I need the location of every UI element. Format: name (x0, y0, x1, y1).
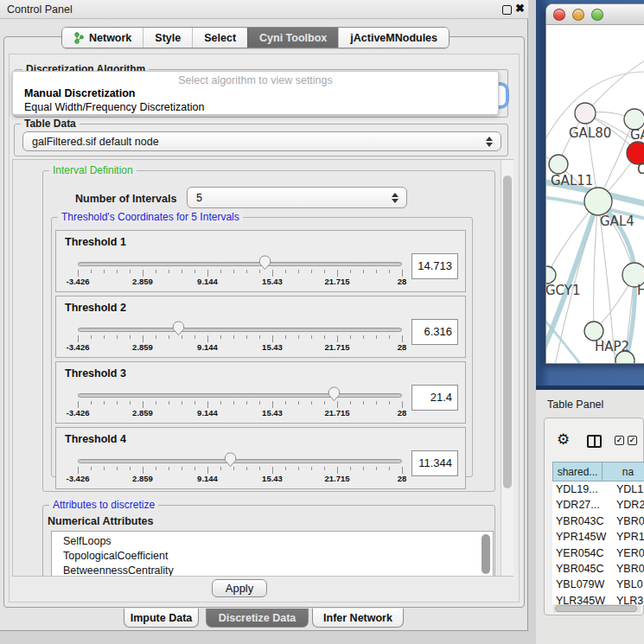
close-icon[interactable]: ✖ (515, 2, 525, 15)
column-header-shared-name[interactable]: shared... (552, 462, 603, 481)
threshold-label: Threshold 3 (65, 367, 126, 379)
table-row[interactable]: YDR27...YDR2 (552, 497, 644, 513)
attribute-item[interactable]: TopologicalCoefficient (52, 549, 493, 564)
cell-shared-name: YPR145W (556, 529, 606, 545)
threshold-label: Threshold 4 (65, 433, 126, 445)
combo-arrows-icon (392, 193, 399, 203)
slider-scale-label: 28 (398, 342, 407, 352)
slider-handle[interactable] (224, 452, 237, 468)
slider-track[interactable] (78, 262, 402, 266)
dropdown-option[interactable]: Manual Discretization (24, 87, 136, 99)
slider-track[interactable] (78, 459, 402, 463)
network-node[interactable] (546, 266, 556, 284)
slider-track[interactable] (78, 393, 402, 398)
network-node-label: C (637, 162, 644, 177)
bottom-tab-impute-data[interactable]: Impute Data (124, 609, 199, 628)
slider-scale: -3.4262.8599.14415.4321.71528 (78, 474, 402, 484)
network-node[interactable] (584, 322, 603, 341)
slider-scale-label: 9.144 (197, 342, 218, 352)
checkbox-checked-icon[interactable]: ✓ (615, 436, 624, 445)
settings-scroll-viewport: Interval Definition Number of Intervals … (12, 159, 513, 577)
column-header-name[interactable]: na (603, 462, 644, 481)
settings-scrollbar[interactable] (501, 160, 513, 576)
table-row[interactable]: YBL079WYBL0 (552, 577, 644, 592)
network-node[interactable] (575, 103, 596, 124)
dropdown-placeholder-option[interactable]: Select algorithm to view settings (13, 74, 498, 86)
split-view-icon[interactable] (587, 435, 602, 448)
slider-scale-label: 2.859 (132, 408, 153, 418)
tab-style[interactable]: Style (143, 28, 192, 48)
network-node[interactable] (549, 155, 568, 174)
slider-scale-label: 9.144 (197, 408, 218, 418)
minimize-button[interactable] (572, 9, 584, 21)
dropdown-option[interactable]: Equal Width/Frequency Discretization (24, 101, 204, 113)
threshold-value-field[interactable]: 6.316 (411, 319, 458, 345)
network-node-label: GAL4 (600, 214, 634, 229)
cell-shared-name: YDR27... (556, 497, 600, 513)
table-hscrollbar[interactable] (553, 604, 641, 613)
tab-label: jActiveMNodules (350, 32, 437, 44)
slider-scale-label: -3.426 (67, 474, 90, 483)
table-row[interactable]: YLR345WYLR3 (552, 593, 644, 605)
cell-shared-name: YBL079W (556, 577, 604, 592)
slider-handle[interactable] (172, 321, 185, 336)
tab-jactivemnodules[interactable]: jActiveMNodules (338, 28, 449, 48)
attribute-item[interactable]: BetweennessCentrality (52, 564, 493, 577)
network-node-label: H (637, 283, 644, 298)
table-row[interactable]: YBR045CYBR0 (552, 561, 644, 577)
network-node[interactable] (584, 188, 612, 215)
table-panel-title: Table Panel (547, 399, 603, 411)
zoom-button[interactable] (591, 9, 603, 21)
slider-scale-label: 21.715 (324, 342, 349, 352)
tab-network[interactable]: Network (62, 28, 143, 48)
threshold-value-field[interactable]: 11.344 (411, 450, 458, 476)
slider-scale-label: -3.426 (67, 342, 90, 352)
interval-definition-label: Interval Definition (49, 164, 137, 176)
checkbox-checked-icon[interactable]: ✓ (628, 436, 637, 445)
threshold-value-field[interactable]: 21.4 (411, 385, 458, 411)
attribute-item[interactable]: SelfLoops (52, 534, 493, 549)
table-hscrollbar-thumb[interactable] (555, 605, 637, 612)
network-node-label: GA (630, 127, 644, 143)
attributes-list-scrollbar[interactable] (481, 534, 490, 574)
gear-icon[interactable]: ⚙ (557, 432, 570, 447)
table-data-combobox-value: galFiltered.sif default node (32, 136, 159, 148)
slider-handle[interactable] (328, 386, 341, 402)
table-row[interactable]: YBR043CYBR0 (552, 513, 644, 529)
slider-scale-label: 9.144 (197, 474, 218, 483)
float-window-icon[interactable] (502, 5, 512, 15)
apply-button[interactable]: Apply (212, 579, 267, 597)
tab-label: Select (204, 32, 236, 44)
close-button[interactable] (553, 9, 565, 21)
cell-shared-name: YDL19... (556, 481, 598, 497)
algorithm-dropdown-popup: Select algorithm to view settings Manual… (12, 71, 499, 115)
table-row[interactable]: YDL19...YDL1 (552, 481, 644, 497)
tab-label: Style (155, 32, 181, 44)
threshold-value-field[interactable]: 14.713 (411, 253, 458, 279)
cell-name: YBL0 (616, 577, 643, 592)
cell-name: YBR0 (616, 561, 644, 577)
cell-shared-name: YBR043C (556, 513, 604, 529)
bottom-tab-discretize-data[interactable]: Discretize Data (206, 609, 309, 628)
slider-scale-label: 28 (398, 474, 407, 483)
settings-scrollbar-thumb[interactable] (503, 175, 512, 488)
tab-cyni-toolbox[interactable]: Cyni Toolbox (247, 28, 338, 48)
table-data-combobox[interactable]: galFiltered.sif default node (22, 131, 501, 151)
bottom-tab-infer-network[interactable]: Infer Network (312, 609, 404, 628)
table-row[interactable]: YPR145WYPR1 (552, 529, 644, 545)
attributes-list: SelfLoopsTopologicalCoefficientBetweenne… (51, 531, 494, 577)
slider-scale-label: 9.144 (197, 277, 218, 286)
slider-track[interactable] (78, 328, 402, 332)
number-of-intervals-combobox[interactable]: 5 (187, 187, 407, 208)
slider-scale-label: -3.426 (67, 408, 90, 418)
network-canvas[interactable]: GAL80GACGAL11GAL4GCY1HHAP2 (546, 24, 644, 363)
cell-name: YDR2 (616, 497, 644, 513)
thresholds-group-label: Threshold's Coordinates for 5 Intervals (58, 211, 243, 223)
table-row[interactable]: YER054CYER0 (552, 545, 644, 561)
threshold-panel-4: Threshold 4-3.4262.8599.14415.4321.71528… (55, 427, 466, 489)
tab-select[interactable]: Select (192, 28, 247, 48)
attributes-group-label: Attributes to discretize (49, 499, 158, 511)
number-of-intervals-label: Number of Intervals (75, 193, 176, 205)
slider-handle[interactable] (258, 255, 271, 271)
network-tab-icon (73, 32, 85, 44)
